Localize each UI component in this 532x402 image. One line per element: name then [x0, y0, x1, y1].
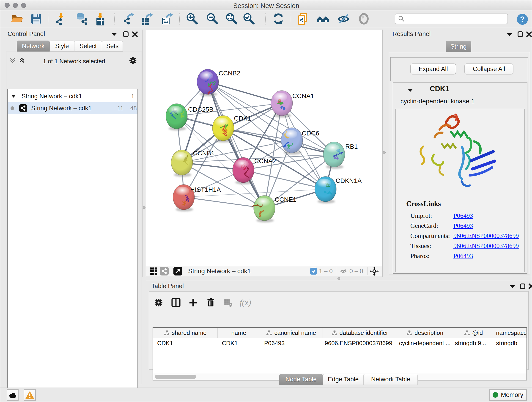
hide-selected-button[interactable] — [337, 12, 350, 26]
tab-string-results[interactable]: String — [446, 41, 471, 52]
network-list: String Network – cdk1 1 String Network –… — [7, 89, 138, 402]
gene-name: CDK1 — [430, 85, 449, 93]
crosslink-link[interactable]: 9606.ENSP00000378699 — [453, 242, 519, 249]
column-header-shared-name[interactable]: shared name — [153, 328, 218, 338]
network-node-hist1h1a[interactable]: HIST1H1A — [173, 185, 221, 211]
network-node-ccne1[interactable]: CCNE1 — [252, 196, 297, 223]
collapse-all-button[interactable]: Collapse All — [464, 64, 513, 75]
network-node-rb1[interactable]: RB1 — [323, 142, 358, 169]
panel-float-icon[interactable] — [517, 31, 524, 37]
save-session-button[interactable] — [30, 12, 43, 26]
show-columns-icon[interactable] — [170, 297, 182, 308]
delete-column-icon[interactable] — [205, 297, 217, 308]
crosslink-link[interactable]: P06493 — [453, 212, 473, 219]
add-column-icon[interactable] — [187, 297, 199, 308]
tab-network-table[interactable]: Network Table — [364, 374, 418, 385]
export-image-button[interactable] — [160, 12, 173, 26]
column-header-database-identifier[interactable]: database identifier — [323, 328, 397, 338]
zoom-in-button[interactable] — [186, 12, 199, 26]
network-canvas[interactable]: CCNB2CCNA1CDC25BCDK1CDC6RB1CCNB1CCNA2CDK… — [146, 30, 382, 266]
table-cell[interactable]: P06493 — [260, 338, 323, 348]
table-cell[interactable]: 9606.ENSP00000378699 — [323, 338, 397, 348]
splitter-handle[interactable] — [143, 206, 146, 209]
panel-menu-icon[interactable] — [509, 285, 515, 288]
network-node-cdkn1a[interactable]: CDKN1A — [315, 177, 362, 204]
panel-close-icon[interactable] — [132, 31, 138, 37]
crosslink-link[interactable]: P06493 — [453, 252, 473, 260]
network-node-cdc6[interactable]: CDC6 — [281, 128, 319, 155]
copy-network-button[interactable] — [297, 12, 310, 26]
tab-network[interactable]: Network — [17, 41, 50, 51]
column-header-description[interactable]: description — [397, 328, 453, 338]
grid-view-icon[interactable] — [149, 267, 158, 275]
splitter-handle[interactable] — [337, 277, 340, 280]
crosslink-link[interactable]: 9606.ENSP00000378699 — [453, 232, 519, 240]
column-header-namespace[interactable]: namespace — [494, 328, 526, 338]
column-header-name[interactable]: name — [218, 328, 260, 338]
panel-menu-icon[interactable] — [111, 33, 117, 36]
import-network-database-button[interactable] — [75, 12, 89, 26]
home-button[interactable] — [316, 12, 329, 26]
zoom-fit-button[interactable] — [225, 12, 238, 26]
table-cell[interactable]: cyclin-dependent ... — [397, 338, 453, 348]
open-session-button[interactable] — [10, 12, 24, 26]
import-network-file-button[interactable] — [54, 12, 67, 26]
tab-node-table[interactable]: Node Table — [279, 374, 323, 385]
column-header--id[interactable]: @id — [453, 328, 494, 338]
network-edge[interactable] — [243, 170, 326, 189]
tree-expander-icon[interactable] — [11, 95, 16, 98]
table-gear-icon[interactable] — [152, 297, 165, 308]
search-box[interactable] — [395, 13, 508, 24]
table-cell[interactable]: CDK1 — [218, 338, 260, 348]
string-network-graph[interactable]: CCNB2CCNA1CDC25BCDK1CDC6RB1CCNB1CCNA2CDK… — [146, 30, 382, 266]
panel-float-icon[interactable] — [123, 31, 129, 37]
show-all-button[interactable] — [357, 12, 370, 26]
section-expander-icon[interactable] — [407, 89, 413, 92]
tab-sets[interactable]: Sets — [102, 41, 123, 51]
horizontal-splitter[interactable] — [146, 277, 532, 280]
memory-button[interactable]: Memory — [489, 389, 527, 401]
panel-close-icon[interactable] — [526, 31, 532, 37]
left-splitter[interactable] — [142, 30, 146, 277]
zoom-out-button[interactable] — [206, 12, 219, 26]
selection-status: 1 of 1 Network selected — [6, 58, 142, 65]
network-node-ccna2[interactable]: CCNA2 — [233, 157, 276, 185]
cloud-status-button[interactable] — [7, 389, 19, 401]
splitter-handle[interactable] — [383, 151, 386, 154]
network-node-cdk1[interactable]: CDK1 — [212, 115, 251, 143]
results-panel: Results Panel String Expand All Collapse… — [386, 30, 532, 277]
table-cell[interactable]: CDK1 — [153, 338, 218, 348]
network-edge[interactable] — [208, 82, 282, 103]
tab-select[interactable]: Select — [74, 41, 102, 51]
string-view-icon[interactable] — [160, 267, 169, 275]
toolbar-separator — [48, 13, 48, 25]
tab-style[interactable]: Style — [50, 41, 74, 51]
panel-float-icon[interactable] — [519, 283, 526, 289]
export-table-button[interactable] — [140, 12, 153, 26]
open-in-window-icon[interactable] — [173, 267, 182, 275]
network-row-selected[interactable]: String Network – cdk1 11 48 — [8, 102, 138, 114]
panel-close-icon[interactable] — [528, 283, 532, 289]
export-network-button[interactable] — [122, 12, 136, 26]
import-table-button[interactable] — [94, 12, 107, 26]
zoom-selected-button[interactable] — [242, 12, 256, 26]
selected-checkbox-icon[interactable] — [310, 268, 317, 274]
help-button[interactable]: ? — [516, 13, 529, 26]
network-options-gear-icon[interactable] — [128, 56, 138, 65]
right-splitter[interactable] — [382, 30, 386, 277]
refresh-view-button[interactable] — [272, 12, 285, 26]
crosslink-link[interactable]: P06493 — [453, 222, 473, 230]
network-collection-row[interactable]: String Network – cdk1 1 — [8, 90, 138, 102]
table-cell[interactable]: stringdb — [494, 338, 526, 348]
scrollbar-thumb[interactable] — [155, 375, 196, 379]
table-cell[interactable]: stringdb:9... — [453, 338, 494, 348]
expand-all-button[interactable]: Expand All — [410, 64, 456, 75]
tab-edge-table[interactable]: Edge Table — [323, 374, 364, 385]
column-header-canonical-name[interactable]: canonical name — [260, 328, 323, 338]
table-row[interactable]: CDK1CDK1P064939606.ENSP00000378699cyclin… — [153, 338, 526, 348]
search-input[interactable] — [407, 15, 507, 22]
fit-selected-crosshair-icon[interactable] — [370, 267, 379, 276]
panel-menu-icon[interactable] — [507, 33, 513, 36]
warnings-button[interactable] — [24, 389, 36, 401]
network-node-ccnb2[interactable]: CCNB2 — [197, 69, 240, 96]
